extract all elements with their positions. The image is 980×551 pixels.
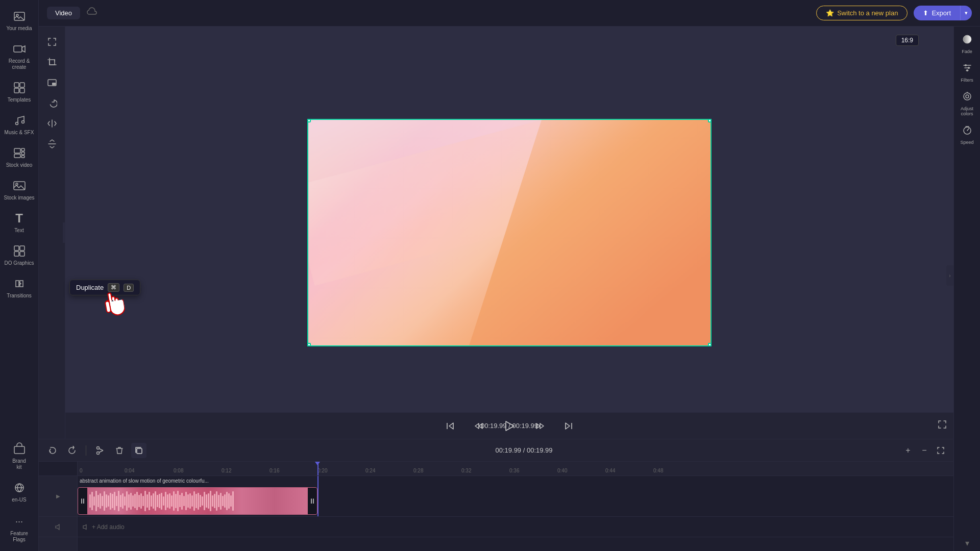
graphics-icon: [12, 244, 27, 258]
sidebar-item-music[interactable]: Music & SFX: [1, 108, 38, 140]
svg-point-24: [968, 67, 970, 69]
fit-screen-button[interactable]: [43, 33, 61, 51]
templates-icon: [12, 81, 27, 95]
sidebar-item-your-media[interactable]: Your media: [1, 4, 38, 36]
skip-start-button[interactable]: [441, 417, 459, 435]
ruler-mark-020: 0:20: [317, 468, 327, 473]
speed-label: Speed: [960, 140, 973, 145]
handle-bottom-left[interactable]: [307, 343, 311, 346]
sidebar-item-templates[interactable]: Templates: [1, 76, 38, 107]
brand-icon: [12, 442, 27, 456]
clip-right-handle[interactable]: ⏸: [308, 488, 317, 514]
svg-rect-36: [137, 448, 142, 454]
right-panel-filters[interactable]: Filters: [955, 58, 979, 86]
handle-bottom-right[interactable]: [708, 343, 712, 346]
sidebar-item-stock-video[interactable]: Stock video: [1, 141, 38, 172]
sidebar: Your media Record &create Templates: [0, 0, 39, 551]
sidebar-item-graphics[interactable]: DO Graphics: [1, 239, 38, 270]
svg-point-35: [97, 446, 100, 449]
feature-flags-icon: ···: [12, 514, 27, 529]
playhead-track: [317, 476, 318, 516]
playback-time: 00:19.99 / 00:19.99: [481, 422, 538, 430]
undo-button[interactable]: [45, 443, 60, 458]
sidebar-label-transitions: Transitions: [7, 293, 32, 299]
rotate-button[interactable]: [43, 94, 61, 112]
svg-rect-31: [50, 60, 55, 65]
right-panel-adjust-colors[interactable]: Adjust colors: [955, 87, 979, 119]
add-audio-button[interactable]: + Add audio: [82, 523, 125, 531]
ruler-mark-048: 0:48: [653, 468, 663, 473]
sidebar-label-record-create: Record &create: [9, 58, 30, 70]
audio-track: + Add audio: [78, 517, 953, 537]
video-tab-button[interactable]: Video: [47, 7, 80, 19]
svg-rect-33: [52, 83, 56, 85]
fade-label: Fade: [962, 49, 972, 54]
sidebar-item-stock-images[interactable]: Stock images: [1, 173, 38, 205]
svg-point-27: [966, 95, 969, 98]
canvas-frame: [307, 119, 712, 346]
svg-rect-19: [20, 252, 24, 256]
export-button[interactable]: ⬆ Export: [914, 6, 960, 20]
sidebar-item-transitions[interactable]: Transitions: [1, 271, 38, 303]
sidebar-label-stock-images: Stock images: [4, 195, 34, 201]
track-label-audio: [39, 517, 77, 537]
pip-button[interactable]: [43, 73, 61, 92]
switch-plan-button[interactable]: ⭐ Switch to a new plan: [816, 6, 908, 20]
duplicate-tooltip-label: Duplicate: [76, 284, 104, 291]
text-icon: T: [12, 211, 27, 226]
video-clip[interactable]: ⏸: [78, 487, 317, 515]
svg-rect-18: [14, 252, 19, 256]
lang-icon: [12, 481, 27, 495]
chevron-down-icon: ▾: [965, 538, 969, 548]
ruler-mark-032: 0:32: [461, 468, 471, 473]
export-label: Export: [932, 9, 951, 17]
zoom-fit-button[interactable]: [934, 444, 947, 457]
cloud-save-icon[interactable]: [86, 6, 97, 20]
toolbar-separator-1: [86, 445, 86, 456]
sidebar-label-stock-video: Stock video: [6, 162, 33, 168]
fullscreen-button[interactable]: [937, 419, 947, 432]
sidebar-label-feature-flags: FeatureFlags: [10, 531, 28, 543]
sidebar-label-brand-kit: Brandkit: [12, 458, 26, 470]
skip-end-button[interactable]: [559, 417, 578, 435]
export-dropdown-button[interactable]: ▾: [960, 6, 972, 20]
speed-icon: [962, 124, 973, 138]
right-panel: CC Captions Fade Filters: [953, 0, 980, 551]
sidebar-item-record-create[interactable]: Record &create: [1, 37, 38, 74]
crop-button[interactable]: [43, 53, 61, 71]
svg-point-26: [964, 93, 971, 100]
handle-top-right[interactable]: [708, 119, 712, 122]
stock-video-icon: [12, 146, 27, 160]
right-panel-speed[interactable]: Speed: [955, 120, 979, 148]
redo-button[interactable]: [64, 443, 80, 458]
svg-point-34: [97, 452, 100, 454]
duplicate-tooltip: Duplicate ⌘ D: [69, 280, 140, 295]
video-track: abstract animation of slow motion of geo…: [78, 476, 953, 517]
flip-v-button[interactable]: [43, 135, 61, 153]
zoom-out-button[interactable]: −: [918, 444, 931, 457]
right-panel-fade[interactable]: Fade: [955, 30, 979, 57]
handle-top-left[interactable]: [307, 119, 311, 122]
duplicate-button[interactable]: [131, 443, 146, 458]
cut-button[interactable]: [92, 443, 108, 458]
sidebar-item-text[interactable]: T Text: [1, 206, 38, 238]
sidebar-item-feature-flags[interactable]: ··· FeatureFlags: [1, 509, 38, 547]
svg-rect-6: [20, 88, 24, 93]
delete-button[interactable]: [112, 443, 127, 458]
timeline-toolbar: 00:19.99 / 00:19.99 + −: [39, 439, 953, 462]
clip-left-handle[interactable]: ⏸: [78, 488, 87, 514]
timeline-ruler: 0 0:04 0:08 0:12 0:16 0:20 0:24 0:28 0:3…: [78, 462, 953, 476]
clip-title-label: abstract animation of slow motion of geo…: [80, 478, 209, 484]
zoom-in-button[interactable]: +: [901, 444, 915, 457]
right-collapse-button[interactable]: ›: [946, 265, 953, 286]
ruler-mark-040: 0:40: [557, 468, 567, 473]
sidebar-item-brand-kit[interactable]: Brandkit: [1, 437, 38, 474]
ruler-mark-036: 0:36: [509, 468, 519, 473]
sidebar-label-music: Music & SFX: [5, 130, 34, 136]
ruler-mark-044: 0:44: [605, 468, 615, 473]
left-toolbar: ‹: [39, 27, 65, 439]
flip-h-button[interactable]: [43, 114, 61, 133]
sidebar-item-lang[interactable]: en-US: [1, 475, 38, 507]
right-panel-collapse[interactable]: ▾: [955, 534, 979, 551]
svg-point-8: [21, 121, 24, 123]
